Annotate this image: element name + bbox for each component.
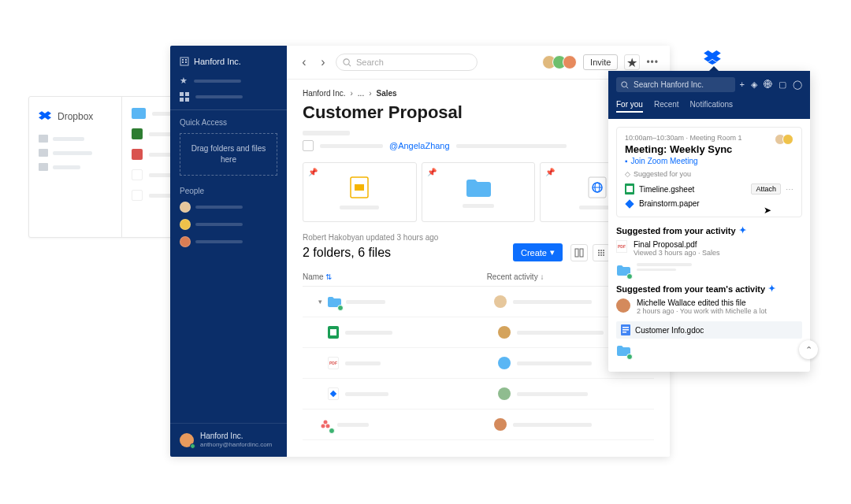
svg-point-22	[600, 254, 602, 256]
svg-point-21	[598, 254, 600, 256]
sidebar-person[interactable]	[180, 202, 277, 213]
meta-placeholder	[303, 131, 350, 135]
folder-icon	[465, 177, 492, 198]
svg-rect-1	[182, 59, 184, 61]
main-app: Hanford Inc. ★ Quick Access Drag folders…	[170, 46, 670, 457]
sidebar: Hanford Inc. ★ Quick Access Drag folders…	[170, 46, 287, 457]
pin-icon: 📌	[427, 168, 437, 176]
star-button[interactable]: ★	[624, 54, 640, 70]
pin-icon: 📌	[308, 168, 318, 176]
chevron-down-icon[interactable]: ▾	[318, 298, 322, 306]
pinned-card[interactable]: 📌	[303, 162, 417, 222]
page-title: Customer Proposal	[303, 102, 654, 123]
activity-item[interactable]: PDF Final Proposal.pdf Viewed 3 hours ag…	[616, 240, 802, 257]
tab-recent[interactable]: Recent	[654, 100, 679, 113]
svg-rect-41	[622, 327, 629, 328]
dropbox-logo-icon	[39, 111, 51, 122]
gdoc-file[interactable]: Customer Info.gdoc	[616, 321, 802, 339]
checkbox-icon[interactable]	[303, 140, 314, 151]
svg-rect-2	[185, 59, 187, 61]
activity-section-heading: Suggested from your activity✦	[616, 225, 802, 235]
search-input[interactable]: Search	[336, 54, 478, 71]
list-row[interactable]: ▾	[303, 287, 654, 317]
svg-point-15	[598, 250, 600, 251]
bg-app-name: Dropbox	[39, 111, 112, 122]
svg-point-20	[603, 252, 604, 254]
sidebar-person[interactable]	[180, 219, 277, 230]
breadcrumb-root[interactable]: Hanford Inc.	[303, 89, 345, 98]
activity-item[interactable]	[616, 343, 802, 358]
paper-file-icon	[326, 387, 340, 401]
search-icon	[343, 58, 351, 67]
create-button[interactable]: Create▾	[513, 243, 563, 261]
building-icon	[180, 57, 189, 66]
attach-button[interactable]: Attach	[751, 183, 781, 195]
list-row[interactable]	[303, 379, 654, 410]
activity-item[interactable]	[616, 263, 802, 277]
panel-search-input[interactable]: Search Hanford Inc.	[616, 77, 735, 92]
sidebar-footer[interactable]: Hanford Inc. anthony@hanfordinc.com	[170, 423, 287, 457]
dropbox-tray-icon[interactable]	[704, 50, 721, 65]
breadcrumb-mid[interactable]: ...	[358, 89, 364, 98]
sidebar-org[interactable]: Hanford Inc.	[180, 57, 277, 66]
list-row[interactable]	[303, 410, 654, 440]
suggested-file[interactable]: Timeline.gsheet Attach ⋯	[625, 181, 793, 197]
invite-button[interactable]: Invite	[583, 54, 618, 70]
pdf-icon: PDF	[616, 240, 627, 253]
svg-line-6	[348, 64, 351, 66]
plus-icon[interactable]: +	[740, 80, 745, 90]
more-menu-button[interactable]: •••	[646, 57, 659, 68]
pinned-card[interactable]: 📌	[422, 162, 536, 222]
folder-icon[interactable]: ▢	[779, 80, 786, 90]
tab-foryou[interactable]: For you	[616, 100, 643, 113]
sidebar-person[interactable]	[180, 236, 277, 247]
gdoc-icon	[621, 324, 630, 335]
avatar	[616, 298, 630, 313]
folder-icon	[616, 343, 630, 358]
collapse-button[interactable]: ⌃	[799, 340, 818, 359]
svg-rect-42	[622, 329, 629, 331]
sidebar-starred[interactable]: ★	[180, 76, 277, 86]
mention-link[interactable]: @AngelaZhang	[389, 141, 450, 150]
nav-back-button[interactable]: ‹	[298, 56, 310, 69]
folder-file-count: 2 folders, 6 files	[303, 246, 505, 260]
sidebar-apps[interactable]	[180, 92, 277, 102]
team-activity-item[interactable]: Michelle Wallace edited this file 2 hour…	[616, 298, 802, 315]
breadcrumb-leaf[interactable]: Sales	[377, 89, 397, 98]
list-row[interactable]	[303, 317, 654, 348]
tray-panel: Search Hanford Inc. + ◈ 🌐︎ ▢ ◯ For you R…	[608, 71, 810, 372]
suggested-heading: ◇Suggested for you	[625, 170, 793, 178]
view-tiles-button[interactable]	[570, 244, 588, 261]
svg-point-33	[324, 421, 328, 424]
update-text: Robert Hakobyan updated 3 hours ago	[303, 233, 654, 242]
column-name[interactable]: Name ⇅	[303, 272, 487, 281]
svg-point-5	[344, 58, 349, 64]
layers-icon[interactable]: ◈	[751, 80, 757, 90]
svg-rect-3	[182, 61, 184, 63]
team-section-heading: Suggested from your team's activity✦	[616, 284, 802, 294]
list-row[interactable]: PDF	[303, 348, 654, 379]
quick-access-heading: Quick Access	[180, 118, 277, 127]
svg-rect-39	[626, 186, 633, 192]
globe-icon[interactable]: 🌐︎	[764, 80, 772, 90]
mouse-cursor: ➤	[764, 205, 771, 216]
svg-point-23	[603, 254, 604, 256]
svg-rect-14	[580, 249, 583, 257]
chevron-down-icon: ▾	[550, 247, 555, 258]
slides-file-icon	[349, 176, 370, 199]
svg-point-17	[603, 250, 604, 251]
view-grid-button[interactable]	[593, 244, 610, 261]
join-zoom-link[interactable]: ▪Join Zoom Meeting	[625, 157, 775, 165]
pdf-file-icon: PDF	[326, 356, 340, 370]
quick-access-dropzone[interactable]: Drag folders and files here	[180, 133, 277, 176]
tab-notifications[interactable]: Notifications	[690, 100, 733, 113]
web-file-icon	[587, 176, 608, 199]
folder-icon	[327, 295, 341, 309]
svg-point-19	[600, 252, 602, 254]
nav-forward-button[interactable]: ›	[317, 56, 329, 69]
user-icon[interactable]: ◯	[793, 80, 802, 90]
member-avatars[interactable]	[546, 55, 577, 69]
paper-icon	[625, 199, 634, 208]
svg-rect-4	[185, 61, 187, 63]
meeting-time: 10:00am–10:30am · Meeting Room 1	[625, 134, 775, 142]
